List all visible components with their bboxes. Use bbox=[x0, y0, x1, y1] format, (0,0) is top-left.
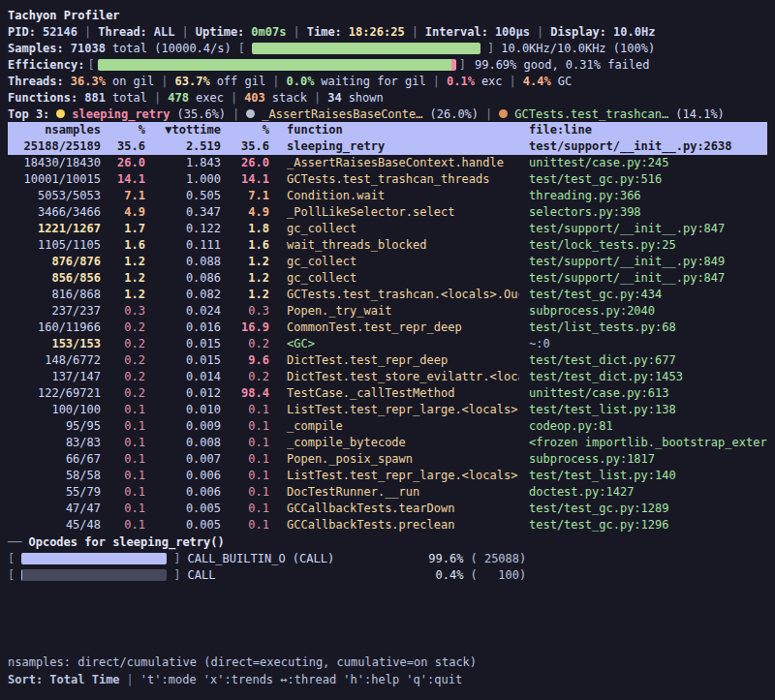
function-name: _PollLikeSelector.select bbox=[269, 204, 519, 221]
footer-keybindings: Sort: Total Time | 't':mode 'x':trends ↔… bbox=[8, 671, 477, 688]
file-line: test/lock_tests.py:25 bbox=[519, 237, 767, 254]
nsamples-value: 1105/1105 bbox=[8, 237, 101, 254]
file-line: test/test_dict.py:677 bbox=[519, 352, 767, 369]
tottime-value: 0.024 bbox=[145, 303, 221, 320]
bar-close-bracket: ] bbox=[459, 58, 466, 72]
nsamples-value: 876/876 bbox=[8, 254, 101, 270]
table-row[interactable]: 3466/34664.90.3474.9_PollLikeSelector.se… bbox=[8, 204, 767, 221]
separator: | bbox=[314, 91, 321, 105]
function-name: GCCallbackTests.tearDown bbox=[269, 501, 519, 517]
tottime-value: 0.015 bbox=[145, 352, 221, 369]
file-line: test/test_dict.py:1453 bbox=[519, 369, 767, 385]
file-line: <frozen importlib._bootstrap_externa bbox=[519, 435, 767, 451]
table-row[interactable]: 122/697210.20.01298.4TestCase._callTestM… bbox=[8, 385, 767, 402]
cumulative-percent: 35.6 bbox=[221, 138, 269, 155]
table-row[interactable]: 160/119660.20.01616.9CommonTest.test_rep… bbox=[8, 320, 767, 336]
uptime-value: 0m07s bbox=[251, 25, 286, 39]
bar-open-bracket: [ bbox=[8, 552, 15, 565]
table-row[interactable]: 148/67720.20.0159.6DictTest.test_repr_de… bbox=[8, 352, 767, 369]
sort-status: Sort: Total Time bbox=[8, 673, 120, 686]
table-row[interactable]: 237/2370.30.0240.3Popen._try_waitsubproc… bbox=[8, 303, 767, 320]
samples-rate: total (10000.4/s) bbox=[112, 42, 232, 55]
cumulative-percent: 1.6 bbox=[221, 237, 269, 254]
tottime-value: 0.006 bbox=[145, 468, 221, 484]
direct-percent: 1.2 bbox=[101, 270, 145, 287]
opcode-row: [ ] CALL_BUILTIN_O (CALL) 99.6% ( 25088) bbox=[8, 550, 767, 566]
threads-line: Threads: 36.3% on gil | 63.7% off gil | … bbox=[8, 73, 767, 89]
table-row[interactable]: 876/8761.20.0881.2gc_collecttest/support… bbox=[8, 254, 767, 270]
table-row[interactable]: 816/8681.20.0821.2GCTests.test_trashcan.… bbox=[8, 287, 767, 303]
bar-close-bracket: ] bbox=[173, 568, 180, 582]
table-row[interactable]: 856/8561.20.0861.2gc_collecttest/support… bbox=[8, 270, 767, 287]
column-header-tottime-sorted: ▼tottime bbox=[145, 122, 221, 138]
efficiency-label: Efficiency: bbox=[8, 58, 84, 72]
separator: | bbox=[510, 75, 516, 88]
nsamples-value: 45/48 bbox=[8, 517, 101, 533]
functions-stack-value: 403 bbox=[244, 91, 265, 105]
nsamples-value: 83/83 bbox=[8, 435, 101, 451]
table-row[interactable]: 153/1530.20.0150.2<GC>~:0 bbox=[8, 336, 767, 352]
direct-percent: 0.1 bbox=[101, 435, 145, 451]
samples-line: Samples: 71038 total (10000.4/s) [ ] 10.… bbox=[8, 40, 767, 56]
separator: | bbox=[412, 25, 418, 39]
time-label: Time: bbox=[307, 25, 342, 39]
file-line: test/test_gc.py:434 bbox=[519, 287, 767, 303]
file-line: codeop.py:81 bbox=[519, 418, 767, 435]
table-row[interactable]: 100/1000.10.0100.1ListTest.test_repr_lar… bbox=[8, 402, 767, 418]
separator: | bbox=[232, 107, 239, 121]
table-row[interactable]: 83/830.10.0080.1_compile_bytecode<frozen… bbox=[8, 435, 767, 451]
file-line: unittest/case.py:245 bbox=[519, 155, 767, 171]
function-name: Condition.wait bbox=[269, 188, 519, 204]
tottime-value: 1.000 bbox=[145, 171, 221, 188]
table-row[interactable]: 66/670.10.0070.1Popen._posix_spawnsubpro… bbox=[8, 451, 767, 468]
footer: nsamples: direct/cumulative (direct=exec… bbox=[8, 654, 477, 688]
table-row[interactable]: 55/790.10.0060.1DocTestRunner.__rundocte… bbox=[8, 484, 767, 501]
app-title: Tachyon Profiler bbox=[8, 9, 120, 22]
nsamples-value: 66/67 bbox=[8, 451, 101, 468]
bronze-medal-icon bbox=[499, 109, 508, 118]
file-line: test/support/__init__.py:847 bbox=[519, 270, 767, 287]
table-row[interactable]: 1221/12671.70.1221.8gc_collecttest/suppo… bbox=[8, 221, 767, 237]
direct-percent: 14.1 bbox=[101, 171, 145, 188]
table-row-selected[interactable]: 25188/2518935.62.51935.6sleeping_retryte… bbox=[8, 138, 767, 155]
cumulative-percent: 0.1 bbox=[221, 517, 269, 533]
opcode-name: CALL_BUILTIN_O (CALL) bbox=[187, 552, 406, 565]
cumulative-percent: 0.1 bbox=[221, 451, 269, 468]
function-name: DictTest.test_store_evilattr.<local… bbox=[269, 369, 519, 385]
table-row[interactable]: 1105/11051.60.1111.6wait_threads_blocked… bbox=[8, 237, 767, 254]
cumulative-percent: 26.0 bbox=[221, 155, 269, 171]
opcodes-section-header: ── Opcodes for sleeping_retry() bbox=[8, 533, 767, 550]
opcode-bar-fill bbox=[21, 569, 22, 581]
table-row[interactable]: 18430/1843026.01.84326.0_AssertRaisesBas… bbox=[8, 155, 767, 171]
tottime-value: 0.005 bbox=[145, 501, 221, 517]
nsamples-value: 47/47 bbox=[8, 501, 101, 517]
separator: | bbox=[537, 25, 543, 39]
interval-label: Interval: bbox=[425, 25, 488, 39]
table-row[interactable]: 58/580.10.0060.1ListTest.test_repr_large… bbox=[8, 468, 767, 484]
table-row[interactable]: 47/470.10.0050.1GCCallbackTests.tearDown… bbox=[8, 501, 767, 517]
samples-total: 71038 bbox=[71, 42, 106, 55]
samples-progress-bar bbox=[252, 43, 480, 54]
function-name: GCTests.test_trashcan.<locals>.Ouch… bbox=[269, 287, 519, 303]
function-name: ListTest.test_repr_large.<locals>.c… bbox=[269, 402, 519, 418]
direct-percent: 0.2 bbox=[101, 385, 145, 402]
table-row[interactable]: 10001/1001514.11.00014.1GCTests.test_tra… bbox=[8, 171, 767, 188]
table-row[interactable]: 5053/50537.10.5057.1Condition.waitthread… bbox=[8, 188, 767, 204]
table-row[interactable]: 95/950.10.0090.1_compilecodeop.py:81 bbox=[8, 418, 767, 435]
key-hints: 't':mode 'x':trends ↔:thread 'h':help 'q… bbox=[140, 673, 462, 686]
direct-percent: 0.2 bbox=[101, 320, 145, 336]
nsamples-value: 160/11966 bbox=[8, 320, 101, 336]
file-line: subprocess.py:2040 bbox=[519, 303, 767, 320]
pid-label: PID: bbox=[8, 25, 36, 39]
function-name: CommonTest.test_repr_deep bbox=[269, 320, 519, 336]
functions-shown-value: 34 bbox=[327, 91, 341, 105]
file-line: test/support/__init__.py:847 bbox=[519, 221, 767, 237]
tottime-value: 0.010 bbox=[145, 402, 221, 418]
waiting-gil-label: waiting for gil bbox=[321, 75, 425, 88]
table-row[interactable]: 137/1470.20.0140.2DictTest.test_store_ev… bbox=[8, 369, 767, 385]
tottime-value: 0.006 bbox=[145, 484, 221, 501]
table-row[interactable]: 45/480.10.0050.1GCCallbackTests.preclean… bbox=[8, 517, 767, 533]
function-name: GCTests.test_trashcan_threads bbox=[269, 171, 519, 188]
direct-percent: 0.3 bbox=[101, 303, 145, 320]
display-value: 10.0Hz bbox=[613, 25, 655, 39]
